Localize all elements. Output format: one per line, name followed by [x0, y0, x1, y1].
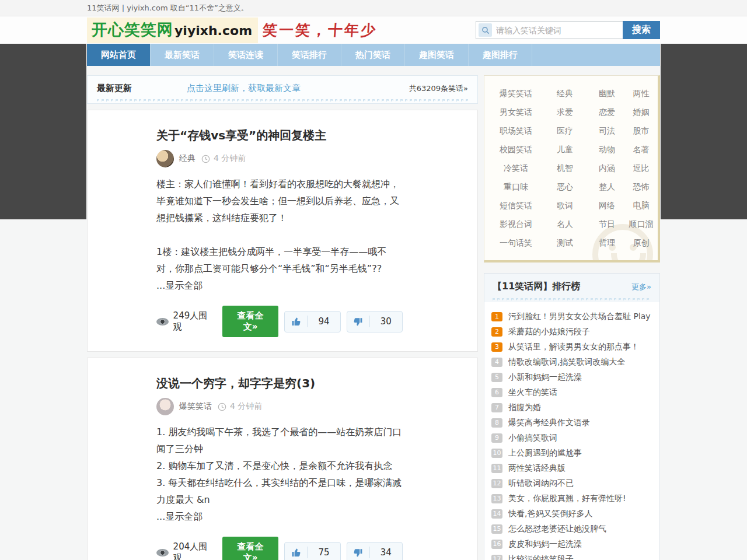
ranking-item[interactable]: 12 听错歌词纳闷不已: [491, 476, 652, 491]
rank-item-text: 上公厕遇到的尴尬事: [508, 448, 582, 459]
category-tag[interactable]: 逗比: [628, 159, 654, 177]
thumb-up-icon: [285, 317, 307, 327]
rank-item-text: 小新和妈妈一起洗澡: [508, 372, 582, 383]
ranking-panel: 【11笑话网】排行榜 更多» 1 污到脸红！男男女女公共场合羞耻 Play 2 …: [484, 273, 660, 560]
rank-item-text: 情歌改编歌词,搞笑歌词改编大全: [508, 357, 625, 368]
like-button[interactable]: 94: [284, 311, 340, 332]
category-tag[interactable]: 两性: [628, 84, 654, 103]
avatar: [156, 150, 174, 167]
category-tag[interactable]: 动物: [586, 140, 628, 159]
category-tag[interactable]: 经典: [544, 84, 586, 103]
dislike-button[interactable]: 34: [347, 542, 403, 560]
category-tag[interactable]: 节日: [586, 215, 628, 233]
ranking-more-link[interactable]: 更多»: [631, 282, 651, 292]
category-tag[interactable]: 恐怖: [628, 177, 654, 196]
ranking-item[interactable]: 6 坐火车的笑话: [491, 385, 652, 400]
category-tag[interactable]: 医疗: [544, 121, 586, 140]
nav-item[interactable]: 笑话连读: [214, 44, 278, 66]
ranking-item[interactable]: 4 情歌改编歌词,搞笑歌词改编大全: [491, 355, 652, 370]
search-input[interactable]: [492, 22, 623, 38]
ranking-item[interactable]: 7 指腹为婚: [491, 400, 652, 415]
category-tag[interactable]: 电脑: [628, 196, 654, 215]
article-paragraph: [156, 226, 403, 243]
right-ad-placeholder: [661, 44, 747, 219]
category-tag[interactable]: 哲理: [586, 233, 628, 252]
category-tag[interactable]: 股市: [628, 121, 654, 140]
ranking-item[interactable]: 16 皮皮和妈妈一起洗澡: [491, 537, 652, 552]
show-all-link[interactable]: ...显示全部: [156, 508, 403, 525]
category-tag[interactable]: 冷笑话: [488, 159, 544, 177]
article-paragraph: 3. 每天都在纠结吃什么，其实纠结的不是口味，是哪家满减力度最大 &n: [156, 474, 403, 508]
ranking-title: 【11笑话网】排行榜: [493, 281, 580, 293]
category-tag[interactable]: 职场笑话: [488, 121, 544, 140]
rank-badge: 2: [491, 327, 502, 337]
category-tag[interactable]: 短信笑话: [488, 196, 544, 215]
article-paragraph: 1楼：建议楼主把钱分成两半，一半享受一半存——哦不对，你那点工资可能只够分个“半…: [156, 243, 403, 277]
wave-divider: [97, 99, 468, 103]
category-tag[interactable]: 名人: [544, 215, 586, 233]
nav-item[interactable]: 趣图排行: [469, 44, 532, 66]
dislike-button[interactable]: 30: [347, 311, 403, 332]
article-title[interactable]: 关于“存钱vs享受”的神回复楼主: [156, 127, 403, 144]
like-button[interactable]: 75: [284, 542, 340, 560]
category-tag[interactable]: 幽默: [586, 84, 628, 103]
rank-badge: 15: [491, 524, 502, 534]
total-jokes-link[interactable]: 共63209条笑话»: [409, 83, 468, 94]
category-tag[interactable]: 恋爱: [586, 103, 628, 121]
refresh-link[interactable]: 点击这里刷新，获取最新文章: [187, 83, 301, 94]
category-tag[interactable]: 歌词: [544, 196, 586, 215]
article-title[interactable]: 没说一个穷字，却字字是穷(3): [156, 374, 403, 392]
category-tag[interactable]: 求爱: [544, 103, 586, 121]
eye-icon: [156, 318, 169, 326]
category-tag[interactable]: 整人: [586, 177, 628, 196]
category-tag[interactable]: 儿童: [544, 140, 586, 159]
show-all-link[interactable]: ...显示全部: [156, 277, 403, 294]
site-logo[interactable]: 开心笑笑网 yiyixh.com: [87, 18, 258, 43]
nav-item[interactable]: 笑话排行: [278, 44, 341, 66]
category-tag[interactable]: 网络: [586, 196, 628, 215]
search-bar: 搜索: [476, 21, 660, 39]
ranking-item[interactable]: 2 采蘑菇的小姑娘污段子: [491, 324, 652, 340]
ranking-item[interactable]: 8 爆笑高考经典作文语录: [491, 415, 652, 430]
ranking-item[interactable]: 5 小新和妈妈一起洗澡: [491, 370, 652, 385]
category-tag[interactable]: 内涵: [586, 159, 628, 177]
ranking-item[interactable]: 1 污到脸红！男男女女公共场合羞耻 Play: [491, 309, 652, 324]
nav-item[interactable]: 趣图笑话: [405, 44, 469, 66]
rank-item-text: 指腹为婚: [508, 402, 541, 413]
top-strip-text: 11笑话网 | yiyixh.com 取自“11不舍”之意义。: [87, 0, 660, 16]
ranking-item[interactable]: 15 怎么怒怼老婆还让她没脾气: [491, 522, 652, 537]
category-link[interactable]: 经典: [179, 153, 196, 164]
category-tag[interactable]: 爆笑笑话: [488, 84, 544, 103]
search-button[interactable]: 搜索: [623, 21, 660, 39]
nav-item[interactable]: 最新笑话: [151, 44, 214, 66]
ranking-item[interactable]: 3 从笑话里，解读男男女女的那点事！: [491, 340, 652, 355]
nav-item[interactable]: 热门笑话: [341, 44, 405, 66]
rank-badge: 3: [491, 342, 502, 352]
category-tag[interactable]: 顺口溜: [628, 215, 654, 233]
views-count: 249人围观: [156, 310, 215, 332]
read-full-button[interactable]: 查看全文»: [222, 537, 278, 560]
category-tag[interactable]: 影视台词: [488, 215, 544, 233]
category-tag[interactable]: 男女笑话: [488, 103, 544, 121]
nav-item[interactable]: 网站首页: [87, 44, 151, 66]
ranking-item[interactable]: 14 快看,爸妈又笑倒好多人: [491, 506, 652, 522]
site-slogan: 笑一笑，十年少: [262, 20, 378, 40]
rank-item-text: 怎么怒怼老婆还让她没脾气: [508, 524, 606, 534]
category-tag[interactable]: 婚姻: [628, 103, 654, 121]
category-tag[interactable]: 一句话笑: [488, 233, 544, 252]
ranking-item[interactable]: 17 比较污的搞笑段子: [491, 552, 652, 560]
category-tag[interactable]: 名著: [628, 140, 654, 159]
category-tag[interactable]: 恶心: [544, 177, 586, 196]
category-tag[interactable]: 重口味: [488, 177, 544, 196]
category-link[interactable]: 爆笑笑话: [179, 401, 212, 412]
category-tag[interactable]: 原创: [628, 233, 654, 252]
category-tag[interactable]: 校园笑话: [488, 140, 544, 159]
category-tag[interactable]: 机智: [544, 159, 586, 177]
ranking-item[interactable]: 9 小偷搞笑歌词: [491, 430, 652, 446]
category-tag[interactable]: 司法: [586, 121, 628, 140]
read-full-button[interactable]: 查看全文»: [222, 306, 278, 337]
category-tag[interactable]: 测试: [544, 233, 586, 252]
ranking-item[interactable]: 11 两性笑话经典版: [491, 461, 652, 476]
ranking-item[interactable]: 13 美女，你屁股真翘，好有弹性呀!: [491, 491, 652, 506]
ranking-item[interactable]: 10 上公厕遇到的尴尬事: [491, 446, 652, 461]
